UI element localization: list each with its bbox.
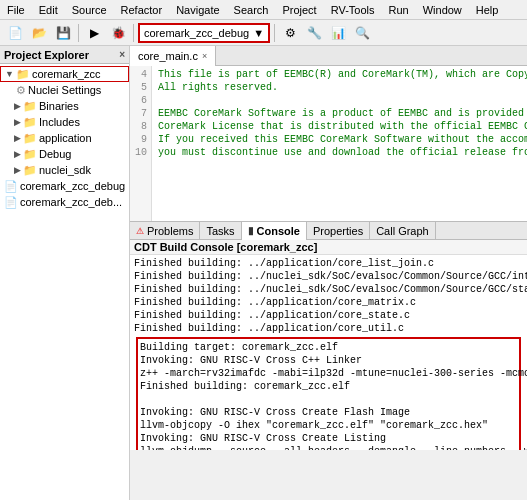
tab-tasks[interactable]: Tasks [200, 222, 241, 240]
tree-icon-5: 📁 [23, 148, 37, 161]
tree-label-6: nuclei_sdk [39, 164, 91, 176]
tab-problems-label: Problems [147, 225, 193, 237]
menu-help[interactable]: Help [473, 3, 502, 17]
tree-item-nuclei-settings[interactable]: ⚙ Nuclei Settings [0, 82, 129, 98]
menu-edit[interactable]: Edit [36, 3, 61, 17]
console-line-3: Finished building: ../application/core_m… [134, 296, 523, 309]
toolbar-save[interactable]: 💾 [52, 22, 74, 44]
menu-file[interactable]: File [4, 3, 28, 17]
menu-source[interactable]: Source [69, 3, 110, 17]
line-numbers: 4 5 6 7 8 9 10 [130, 66, 152, 221]
tree-item-nuclei-sdk[interactable]: ▶ 📁 nuclei_sdk [0, 162, 129, 178]
project-explorer-panel: Project Explorer × ▼ 📁 coremark_zcc ⚙ Nu… [0, 46, 130, 500]
tree-item-debug1[interactable]: 📄 coremark_zcc_debug [0, 178, 129, 194]
console-hl-8: llvm-objdump --source --all-headers --de… [140, 445, 517, 450]
tab-console-label: Console [257, 225, 300, 237]
menu-window[interactable]: Window [420, 3, 465, 17]
console-hl-1: Invoking: GNU RISC-V Cross C++ Linker [140, 354, 517, 367]
tab-callgraph-label: Call Graph [376, 225, 429, 237]
console-hl-4 [140, 393, 517, 406]
tree-icon-6: 📁 [23, 164, 37, 177]
toolbar-debug[interactable]: 🐞 [107, 22, 129, 44]
console-header: CDT Build Console [coremark_zcc] [130, 240, 527, 255]
tree-icon-1: ⚙ [16, 84, 26, 97]
project-explorer-title-bar: Project Explorer × [0, 46, 129, 64]
console-hl-6: llvm-objcopy -O ihex "coremark_zcc.elf" … [140, 419, 517, 432]
menu-navigate[interactable]: Navigate [173, 3, 222, 17]
toolbar-open[interactable]: 📂 [28, 22, 50, 44]
tree-item-binaries[interactable]: ▶ 📁 Binaries [0, 98, 129, 114]
tree-arrow-6: ▶ [14, 165, 21, 175]
tab-properties-label: Properties [313, 225, 363, 237]
code-content[interactable]: This file is part of EEMBC(R) and CoreMa… [152, 66, 527, 221]
tree-icon-2: 📁 [23, 100, 37, 113]
toolbar-btn-extra4[interactable]: 🔍 [351, 22, 373, 44]
editor-tabs: core_main.c × [130, 46, 527, 66]
line-num-7: 7 [134, 107, 147, 120]
toolbar-sep-1 [78, 24, 79, 42]
tree-arrow-4: ▶ [14, 133, 21, 143]
line-num-5: 5 [134, 81, 147, 94]
code-line-7: EEMBC CoreMark Software is a product of … [158, 107, 521, 120]
console-hl-0: Building target: coremark_zcc.elf [140, 341, 517, 354]
code-editor: 4 5 6 7 8 9 10 This file is part of EEMB… [130, 66, 527, 221]
debug-combo-arrow: ▼ [253, 27, 264, 39]
tab-close-icon[interactable]: × [202, 51, 207, 61]
console-line-2: Finished building: ../nuclei_sdk/SoC/eva… [134, 283, 523, 296]
code-line-10: you must discontinue use and download th… [158, 146, 521, 159]
tab-properties[interactable]: Properties [307, 222, 370, 240]
console-icon: ▮ [248, 225, 254, 236]
console-hl-3: Finished building: coremark_zcc.elf [140, 380, 517, 393]
console-area[interactable]: Finished building: ../application/core_l… [130, 255, 527, 450]
tab-tasks-label: Tasks [206, 225, 234, 237]
toolbar-new[interactable]: 📄 [4, 22, 26, 44]
tree-label-2: Binaries [39, 100, 79, 112]
tree-item-debug[interactable]: ▶ 📁 Debug [0, 146, 129, 162]
project-explorer-title: Project Explorer [4, 49, 89, 61]
toolbar-btn-extra2[interactable]: 🔧 [303, 22, 325, 44]
tree-label-3: Includes [39, 116, 80, 128]
tree-item-debug2[interactable]: 📄 coremark_zcc_deb... [0, 194, 129, 210]
line-num-8: 8 [134, 120, 147, 133]
debug-combo[interactable]: coremark_zcc_debug ▼ [138, 23, 270, 43]
problems-icon: ⚠ [136, 226, 144, 236]
code-line-5: All rights reserved. [158, 81, 521, 94]
project-explorer-close[interactable]: × [119, 49, 125, 60]
menu-rvtools[interactable]: RV-Tools [328, 3, 378, 17]
toolbar-btn-extra1[interactable]: ⚙ [279, 22, 301, 44]
tree-icon-3: 📁 [23, 116, 37, 129]
menu-search[interactable]: Search [231, 3, 272, 17]
bottom-panel: ⚠ Problems Tasks ▮ Console Properties Ca… [130, 221, 527, 450]
tree-item-includes[interactable]: ▶ 📁 Includes [0, 114, 129, 130]
main-layout: Project Explorer × ▼ 📁 coremark_zcc ⚙ Nu… [0, 46, 527, 500]
tree-label-8: coremark_zcc_deb... [20, 196, 122, 208]
tab-problems[interactable]: ⚠ Problems [130, 222, 200, 240]
menu-refactor[interactable]: Refactor [118, 3, 166, 17]
menu-project[interactable]: Project [279, 3, 319, 17]
menu-run[interactable]: Run [386, 3, 412, 17]
code-line-4: This file is part of EEMBC(R) and CoreMa… [158, 68, 521, 81]
line-num-10: 10 [134, 146, 147, 159]
console-line-5: Finished building: ../application/core_u… [134, 322, 523, 335]
right-panel: core_main.c × 4 5 6 7 8 9 10 This file i… [130, 46, 527, 500]
code-line-8: CoreMark License that is distributed wit… [158, 120, 521, 133]
tree-icon-7: 📄 [4, 180, 18, 193]
line-num-9: 9 [134, 133, 147, 146]
tree-label-4: application [39, 132, 92, 144]
console-highlight-block: Building target: coremark_zcc.elf Invoki… [136, 337, 521, 450]
tree-label-1: Nuclei Settings [28, 84, 101, 96]
debug-combo-label: coremark_zcc_debug [144, 27, 249, 39]
tree-icon-0: 📁 [16, 68, 30, 81]
tree-arrow-0: ▼ [5, 69, 14, 79]
toolbar-btn-extra3[interactable]: 📊 [327, 22, 349, 44]
tree-arrow-3: ▶ [14, 117, 21, 127]
console-hl-5: Invoking: GNU RISC-V Cross Create Flash … [140, 406, 517, 419]
tab-core-main[interactable]: core_main.c × [130, 46, 216, 66]
tree-item-application[interactable]: ▶ 📁 application [0, 130, 129, 146]
line-num-6: 6 [134, 94, 147, 107]
tree-item-coremark-zcc[interactable]: ▼ 📁 coremark_zcc [0, 66, 129, 82]
tab-console[interactable]: ▮ Console [242, 222, 307, 240]
tab-callgraph[interactable]: Call Graph [370, 222, 436, 240]
toolbar-run[interactable]: ▶ [83, 22, 105, 44]
tree-icon-4: 📁 [23, 132, 37, 145]
